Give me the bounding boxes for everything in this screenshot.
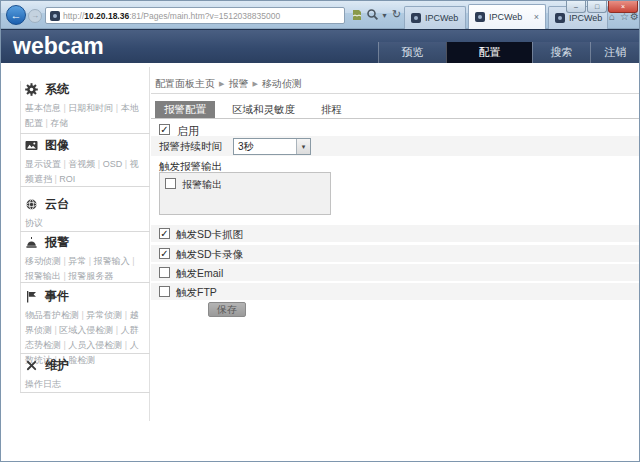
sidebar-item[interactable]: 报警服务器 xyxy=(61,271,113,281)
nav-search-button[interactable]: 搜索 xyxy=(532,42,590,63)
home-icon[interactable]: ⌂ xyxy=(609,11,619,22)
sidebar-item[interactable]: 区域入侵检测 xyxy=(52,325,113,335)
ptz-icon xyxy=(25,198,38,211)
save-button[interactable]: 保存 xyxy=(208,302,246,317)
sidebar-items: 移动侦测异常报警输入报警输出报警服务器 xyxy=(25,254,145,284)
sidebar-title-event[interactable]: 事件 xyxy=(25,289,145,304)
tab-schedule[interactable]: 排程 xyxy=(312,101,351,118)
sidebar-section-ptz: 云台 协议 xyxy=(25,197,145,231)
refresh-icon[interactable]: ↻ xyxy=(390,7,403,21)
sidebar-item[interactable]: 报警输入 xyxy=(86,256,129,266)
divider xyxy=(20,282,150,283)
sidebar-title-ptz[interactable]: 云台 xyxy=(25,197,145,212)
nav-preview-button[interactable]: 预览 xyxy=(378,42,446,63)
favorites-icon[interactable]: ☆ xyxy=(620,11,630,22)
tab-alarm-config[interactable]: 报警配置 xyxy=(155,101,215,118)
sidebar-item[interactable]: 协议 xyxy=(25,218,43,228)
browser-tab-active[interactable]: IPCWeb × xyxy=(468,4,546,29)
search-icon[interactable] xyxy=(366,8,379,21)
sidebar-item[interactable]: OSD xyxy=(95,159,122,169)
duration-row xyxy=(151,136,640,156)
nav-logout-button[interactable]: 注销 xyxy=(590,42,640,63)
trigger-sd-record-checkbox[interactable]: ✓ xyxy=(159,248,170,259)
divider xyxy=(20,392,150,393)
trigger-email-label: 触发Email xyxy=(176,267,223,281)
sidebar-item-motion-detect[interactable]: 移动侦测 xyxy=(25,256,61,266)
divider xyxy=(20,353,150,354)
chevron-right-icon: ▶ xyxy=(215,80,228,87)
trigger-email-checkbox[interactable] xyxy=(159,267,170,278)
sidebar-section-image: 图像 显示设置音视频OSD视频遮挡ROI xyxy=(25,138,145,187)
webcam-logo: webcam xyxy=(13,33,104,60)
section-label: 系统 xyxy=(45,81,69,98)
breadcrumb-item[interactable]: 配置面板主页 xyxy=(155,78,215,89)
browser-window: ← → http://10.20.18.36:81/Pages/main.htm… xyxy=(0,0,640,462)
site-header: webcam 预览 配置 搜索 注销 xyxy=(1,29,640,63)
maximize-button[interactable]: □ xyxy=(587,1,607,13)
alarm-output-listbox[interactable]: 报警输出 xyxy=(159,172,331,215)
url-path: :81/Pages/main.htm?v=1512038835000 xyxy=(129,11,280,21)
breadcrumb-item[interactable]: 报警 xyxy=(228,78,248,89)
page-favicon xyxy=(50,11,60,21)
gear-icon[interactable]: ⚙ xyxy=(630,11,640,22)
forward-button[interactable]: → xyxy=(28,9,42,23)
tab-close-icon[interactable]: × xyxy=(534,13,539,22)
sidebar-item[interactable]: 基本信息 xyxy=(25,103,61,113)
compatibility-view-icon[interactable] xyxy=(351,9,363,21)
sidebar-item[interactable]: 人员入侵检测 xyxy=(61,340,122,350)
browser-chrome: ← → http://10.20.18.36:81/Pages/main.htm… xyxy=(1,1,640,29)
tab-label: IPCWeb xyxy=(569,13,602,23)
trigger-sd-snapshot-label: 触发SD卡抓图 xyxy=(176,228,243,242)
enable-checkbox[interactable]: ✓ xyxy=(159,124,170,135)
section-label: 图像 xyxy=(45,137,69,154)
option-row xyxy=(151,264,640,281)
search-dropdown-caret[interactable]: ▾ xyxy=(380,10,389,22)
tab-favicon xyxy=(411,13,421,23)
chevron-down-icon[interactable]: ▾ xyxy=(296,139,310,154)
browser-tab[interactable]: IPCWeb xyxy=(404,6,466,29)
sidebar-item[interactable]: 日期和时间 xyxy=(61,103,113,113)
gear-icon xyxy=(25,83,38,96)
trigger-ftp-checkbox[interactable] xyxy=(159,286,170,297)
sidebar-item[interactable]: 异常侦测 xyxy=(79,310,122,320)
divider xyxy=(20,133,150,134)
sidebar-section-maintenance: 维护 操作日志 xyxy=(25,358,145,392)
sidebar-item[interactable]: 异常 xyxy=(61,256,86,266)
alarm-output-checkbox[interactable] xyxy=(165,178,176,189)
divider xyxy=(151,93,640,94)
flag-icon xyxy=(25,290,38,303)
address-bar[interactable]: http://10.20.18.36:81/Pages/main.htm?v=1… xyxy=(45,7,345,24)
duration-value: 3秒 xyxy=(234,140,296,154)
sidebar-item[interactable]: ROI xyxy=(52,174,75,184)
content-tabs: 报警配置 区域和灵敏度 排程 xyxy=(155,101,359,118)
divider xyxy=(20,231,150,232)
trigger-sd-snapshot-checkbox[interactable]: ✓ xyxy=(159,228,170,239)
url-scheme: http:// xyxy=(63,11,84,21)
tools-icon xyxy=(25,359,38,372)
sidebar-item[interactable]: 物品看护检测 xyxy=(25,310,79,320)
breadcrumb: 配置面板主页▶报警▶移动侦测 xyxy=(155,77,302,91)
sidebar-title-maintenance[interactable]: 维护 xyxy=(25,358,145,373)
sidebar-title-alarm[interactable]: 报警 xyxy=(25,235,145,250)
sidebar-left-border xyxy=(20,81,21,393)
trigger-ftp-label: 触发FTP xyxy=(176,286,217,300)
tab-area-sensitivity[interactable]: 区域和灵敏度 xyxy=(223,101,304,118)
section-label: 报警 xyxy=(45,234,69,251)
duration-label: 报警持续时间 xyxy=(159,140,222,154)
nav-config-button[interactable]: 配置 xyxy=(446,42,532,63)
duration-select[interactable]: 3秒 ▾ xyxy=(233,138,311,155)
sidebar-item[interactable]: 存储 xyxy=(43,118,68,128)
sidebar-item[interactable]: 显示设置 xyxy=(25,159,61,169)
sidebar-item[interactable]: 操作日志 xyxy=(25,379,61,389)
sidebar-items: 操作日志 xyxy=(25,377,145,392)
back-button[interactable]: ← xyxy=(6,5,26,25)
sidebar-items: 显示设置音视频OSD视频遮挡ROI xyxy=(25,157,145,187)
tab-label: IPCWeb xyxy=(489,12,522,22)
sidebar-item[interactable]: 音视频 xyxy=(61,159,95,169)
tab-favicon xyxy=(475,12,485,22)
sidebar-section-system: 系统 基本信息日期和时间本地配置存储 xyxy=(25,82,145,131)
minimize-button[interactable]: – xyxy=(566,1,586,13)
sidebar-title-system[interactable]: 系统 xyxy=(25,82,145,97)
section-label: 云台 xyxy=(45,196,69,213)
sidebar-title-image[interactable]: 图像 xyxy=(25,138,145,153)
